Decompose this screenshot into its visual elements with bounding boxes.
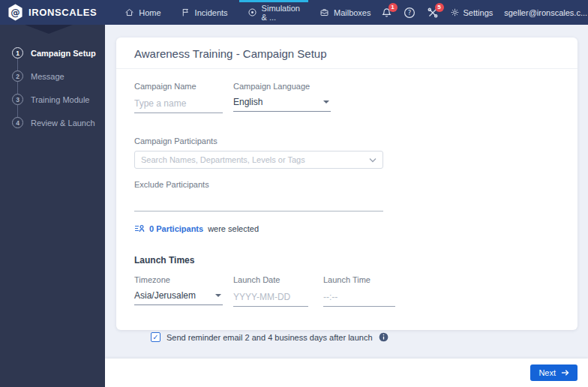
participants-placeholder: Search Names, Departments, Levels or Tag… [141, 155, 369, 164]
next-button[interactable]: Next [530, 364, 578, 381]
caret-down-icon [215, 294, 221, 297]
svg-text:@: @ [10, 7, 20, 18]
main-nav: Home Incidents Simulation & ... [115, 0, 380, 25]
participants-count-link[interactable]: 0 Participants [149, 224, 203, 233]
simulation-target-icon [248, 8, 257, 17]
ironscales-logo[interactable]: @ IRONSCALES [8, 0, 104, 25]
launch-times-heading: Launch Times [134, 255, 560, 266]
reminder-checkbox[interactable] [151, 332, 160, 342]
launch-date-input[interactable] [233, 291, 308, 307]
settings-button[interactable]: Settings [450, 8, 494, 17]
nav-item-home[interactable]: Home [115, 0, 170, 25]
brand-name: IRONSCALES [28, 7, 97, 18]
app-window: @ IRONSCALES Home Incide [0, 0, 588, 387]
step-label: Training Module [31, 95, 89, 104]
step-label: Review & Launch [31, 118, 95, 128]
notifications-button[interactable]: 1 [381, 7, 392, 19]
nav-item-mailboxes[interactable]: Mailboxes [310, 0, 381, 25]
content-area: Awareness Training - Campaign Setup Camp… [105, 25, 588, 358]
wizard-sidebar: 1 Campaign Setup 2 Message 3 Training Mo… [0, 25, 105, 387]
nav-item-label: Mailboxes [334, 8, 371, 17]
nav-item-label: Home [139, 8, 160, 17]
next-button-label: Next [538, 368, 556, 377]
step-number: 2 [12, 70, 23, 82]
step-number: 3 [12, 94, 23, 105]
exclude-participants-input[interactable] [134, 196, 383, 212]
svg-text:?: ? [407, 9, 411, 16]
mailbox-icon [320, 8, 329, 17]
step-label: Campaign Setup [31, 49, 96, 58]
nav-item-label: Incidents [195, 8, 228, 17]
step-number: 4 [12, 117, 23, 128]
launch-time-input[interactable] [323, 291, 395, 307]
info-icon[interactable] [379, 332, 388, 342]
launch-date-label: Launch Date [233, 275, 308, 284]
help-button[interactable]: ? [404, 7, 416, 19]
navbar-right-cluster: 1 ? 5 [381, 0, 588, 25]
wizard-footer: Next [105, 358, 588, 387]
timezone-label: Timezone [134, 275, 223, 284]
ironscales-hexagon-icon: @ [8, 4, 23, 21]
campaign-setup-card: Awareness Training - Campaign Setup Camp… [116, 38, 578, 330]
nav-item-incidents[interactable]: Incidents [171, 0, 238, 25]
account-menu[interactable]: sgeller@ironscales.c... [504, 8, 588, 17]
step-number: 1 [12, 47, 23, 58]
campaign-participants-select[interactable]: Search Names, Departments, Levels or Tag… [134, 151, 383, 169]
step-review-launch[interactable]: 4 Review & Launch [0, 111, 105, 134]
flag-icon [181, 8, 190, 17]
top-navbar: @ IRONSCALES Home Incide [0, 0, 588, 25]
nav-item-label: Simulation & ... [262, 4, 300, 22]
launch-time-label: Launch Time [323, 275, 395, 284]
wizard-stepper: 1 Campaign Setup 2 Message 3 Training Mo… [0, 25, 105, 134]
step-campaign-setup[interactable]: 1 Campaign Setup [0, 41, 105, 64]
campaign-language-label: Campaign Language [233, 82, 331, 91]
campaign-participants-label: Campaign Participants [134, 136, 560, 146]
chevron-down-icon [369, 158, 376, 163]
campaign-name-label: Campaign Name [134, 82, 223, 91]
step-message[interactable]: 2 Message [0, 64, 105, 88]
gear-icon [450, 8, 460, 17]
reminder-label: Send reminder email 2 and 4 business day… [166, 333, 373, 342]
notifications-badge: 1 [388, 3, 398, 12]
caret-down-icon [323, 100, 329, 104]
exclude-participants-label: Exclude Participants [134, 180, 383, 189]
campaign-language-value: English [233, 97, 262, 107]
question-mark-icon: ? [404, 7, 416, 19]
step-training-module[interactable]: 3 Training Module [0, 88, 105, 111]
page-title: Awareness Training - Campaign Setup [116, 38, 578, 69]
nav-item-simulation[interactable]: Simulation & ... [238, 0, 310, 25]
step-label: Message [31, 72, 64, 81]
participants-list-icon [134, 224, 145, 233]
timezone-select[interactable]: Asia/Jerusalem [134, 290, 223, 305]
settings-label: Settings [464, 8, 494, 17]
arrow-right-icon [561, 369, 569, 376]
timezone-value: Asia/Jerusalem [134, 290, 196, 301]
participants-count-suffix: were selected [208, 224, 259, 233]
account-email: sgeller@ironscales.c... [504, 8, 587, 17]
campaign-name-input[interactable] [134, 98, 223, 113]
campaign-language-select[interactable]: English [233, 96, 331, 112]
tools-badge: 5 [435, 3, 444, 12]
home-icon [124, 8, 134, 17]
tools-button[interactable]: 5 [427, 7, 439, 19]
